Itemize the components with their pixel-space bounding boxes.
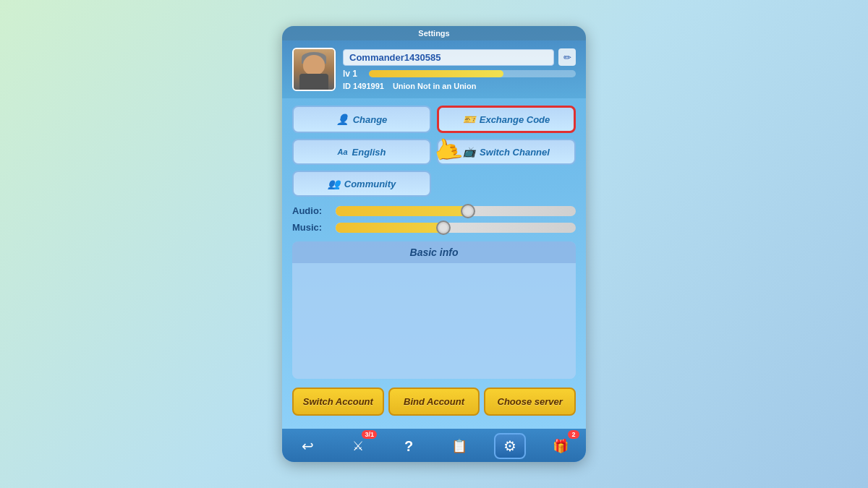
game-panel: Settings Commander1430585 ✏ lv 1 <box>282 26 586 462</box>
id-text: ID 1491991 <box>343 82 384 90</box>
nav-item-back[interactable]: ↩ <box>292 433 323 459</box>
nav-item-chest[interactable]: 🎁 2 <box>545 433 576 459</box>
community-icon: 👥 <box>328 178 340 189</box>
community-label: Community <box>344 179 396 189</box>
missions-icon: 📋 <box>451 438 467 454</box>
id-union-row: ID 1491991 Union Not in an Union <box>343 82 576 90</box>
audio-slider-row: Audio: <box>292 205 576 216</box>
change-label: Change <box>353 114 388 125</box>
audio-thumb[interactable] <box>461 204 475 218</box>
exchange-code-label: Exchange Code <box>480 114 550 125</box>
level-text: lv 1 <box>343 69 363 79</box>
nav-item-settings[interactable]: ⚙ <box>494 433 526 459</box>
choose-server-label: Choose server <box>498 396 563 407</box>
level-row: lv 1 <box>343 69 576 79</box>
english-button[interactable]: Aa English <box>292 139 431 165</box>
settings-icon: ⚙ <box>503 437 516 455</box>
back-icon-bg: ↩ <box>292 433 323 459</box>
sliders-section: Audio: Music: <box>292 205 576 233</box>
profile-section: Commander1430585 ✏ lv 1 ID 1491991 Union… <box>282 40 586 98</box>
chest-badge: 2 <box>568 430 579 439</box>
nav-item-missions[interactable]: 📋 <box>443 433 475 459</box>
basic-info-header: Basic info <box>292 241 576 263</box>
language-icon: Aa <box>337 147 347 156</box>
buttons-grid: 👤 Change 🎫 Exchange Code Aa English 📺 Sw… <box>292 106 576 197</box>
content-area: 👤 Change 🎫 Exchange Code Aa English 📺 Sw… <box>282 98 586 429</box>
battle-icon: ⚔ <box>352 438 364 454</box>
music-track <box>336 223 576 233</box>
change-button[interactable]: 👤 Change <box>292 106 431 133</box>
top-bar: Settings <box>282 26 586 40</box>
help-icon-bg: ? <box>393 433 425 459</box>
basic-info-body <box>292 263 576 379</box>
missions-icon-bg: 📋 <box>443 433 475 459</box>
help-icon: ? <box>404 438 413 455</box>
english-label: English <box>352 147 386 158</box>
xp-bar <box>369 70 576 77</box>
basic-info-section: Basic info <box>292 241 576 379</box>
profile-info: Commander1430585 ✏ lv 1 ID 1491991 Union… <box>343 48 576 90</box>
settings-icon-bg: ⚙ <box>494 433 526 459</box>
edit-icon: ✏ <box>563 52 571 63</box>
battle-badge: 3/1 <box>362 430 377 439</box>
basic-info-title: Basic info <box>410 247 459 258</box>
audio-fill <box>336 206 468 216</box>
bind-account-label: Bind Account <box>404 396 464 407</box>
audio-track <box>336 206 576 216</box>
chest-icon: 🎁 <box>553 438 569 454</box>
username-row: Commander1430585 ✏ <box>343 48 576 66</box>
xp-fill <box>369 70 503 77</box>
switch-account-button[interactable]: Switch Account <box>292 388 384 416</box>
switch-channel-button[interactable]: 📺 Switch Channel <box>437 139 576 165</box>
audio-label: Audio: <box>292 205 328 216</box>
music-fill <box>336 223 443 233</box>
music-slider-row: Music: <box>292 222 576 233</box>
avatar <box>292 48 336 91</box>
edit-username-button[interactable]: ✏ <box>558 48 576 66</box>
person-icon: 👤 <box>336 114 349 125</box>
union-text: Union Not in an Union <box>393 82 476 90</box>
nav-item-help[interactable]: ? <box>393 433 425 459</box>
switch-account-label: Switch Account <box>303 396 373 407</box>
nav-bar: ↩ ⚔ 3/1 ? 📋 ⚙ 🎁 2 <box>282 429 586 462</box>
community-button[interactable]: 👥 Community <box>292 171 431 197</box>
choose-server-button[interactable]: Choose server <box>484 388 576 416</box>
username-field: Commander1430585 <box>343 49 554 66</box>
switch-channel-label: Switch Channel <box>480 147 550 158</box>
nav-item-battle[interactable]: ⚔ 3/1 <box>342 433 374 459</box>
tv-icon: 📺 <box>463 146 475 158</box>
top-bar-title: Settings <box>418 29 449 38</box>
bottom-buttons: Switch Account Bind Account Choose serve… <box>292 388 576 416</box>
music-label: Music: <box>292 222 328 233</box>
back-icon: ↩ <box>302 437 314 455</box>
bind-account-button[interactable]: Bind Account <box>388 388 480 416</box>
exchange-icon: 🎫 <box>463 114 475 125</box>
exchange-code-button[interactable]: 🎫 Exchange Code <box>437 106 576 133</box>
music-thumb[interactable] <box>436 221 451 235</box>
